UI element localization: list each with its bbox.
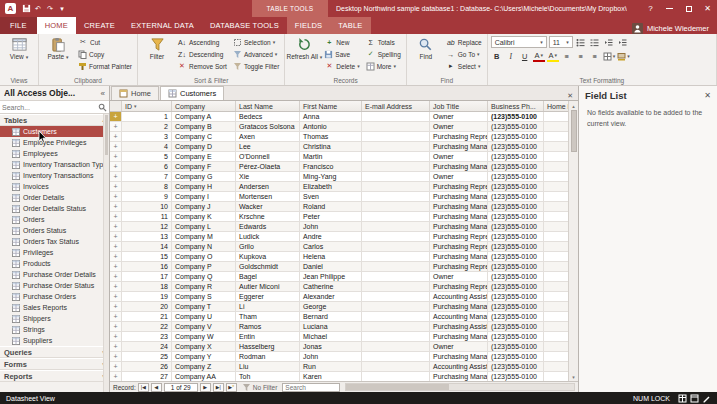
column-header[interactable]: Last Name▾: [236, 101, 300, 111]
font-size-select[interactable]: 11▾: [549, 36, 573, 48]
row-expand-toggle[interactable]: +: [110, 222, 122, 232]
table-cell[interactable]: [362, 152, 430, 162]
table-cell[interactable]: Krschne: [236, 212, 300, 222]
column-header[interactable]: First Name▾: [300, 101, 362, 111]
table-cell[interactable]: Roland: [300, 202, 362, 212]
table-cell[interactable]: 24: [122, 342, 172, 352]
nav-table-item[interactable]: Orders Status: [0, 225, 109, 236]
row-expand-toggle[interactable]: +: [110, 192, 122, 202]
table-cell[interactable]: Michael: [300, 332, 362, 342]
table-cell[interactable]: Company X: [172, 342, 236, 352]
table-cell[interactable]: Company C: [172, 132, 236, 142]
table-cell[interactable]: (123)555-0100: [488, 332, 544, 342]
table-cell[interactable]: [544, 232, 568, 242]
table-cell[interactable]: Company Q: [172, 272, 236, 282]
table-cell[interactable]: [362, 122, 430, 132]
align-center-button[interactable]: ≡: [575, 50, 587, 62]
filter-indicator[interactable]: No Filter: [239, 383, 281, 392]
table-cell[interactable]: (123)555-0100: [488, 152, 544, 162]
new-record-button[interactable]: +New: [322, 36, 361, 48]
scrollbar-thumb[interactable]: [346, 384, 448, 390]
table-cell[interactable]: Alexander: [300, 292, 362, 302]
table-cell[interactable]: Kupkova: [236, 252, 300, 262]
spelling-button[interactable]: ✓Spelling: [364, 48, 403, 60]
table-cell[interactable]: Bedecs: [236, 112, 300, 122]
table-cell[interactable]: Francisco: [300, 162, 362, 172]
table-cell[interactable]: Company V: [172, 322, 236, 332]
table-cell[interactable]: 1: [122, 112, 172, 122]
table-cell[interactable]: [362, 272, 430, 282]
table-cell[interactable]: [362, 162, 430, 172]
paste-button[interactable]: Paste ▾: [42, 36, 74, 75]
table-cell[interactable]: 25: [122, 352, 172, 362]
table-cell[interactable]: Company W: [172, 332, 236, 342]
table-cell[interactable]: Purchasing Manager: [430, 302, 488, 312]
table-cell[interactable]: (123)555-0100: [488, 162, 544, 172]
row-expand-toggle[interactable]: +: [110, 242, 122, 252]
goto-button[interactable]: →Go To▾: [444, 48, 484, 60]
table-cell[interactable]: Rodman: [236, 352, 300, 362]
table-cell[interactable]: (123)555-0100: [488, 342, 544, 352]
table-cell[interactable]: 22: [122, 322, 172, 332]
format-painter-button[interactable]: Format Painter: [76, 60, 134, 72]
table-cell[interactable]: Ludick: [236, 232, 300, 242]
table-cell[interactable]: [362, 182, 430, 192]
table-cell[interactable]: Company D: [172, 142, 236, 152]
table-cell[interactable]: Accounting Assistant: [430, 362, 488, 372]
table-cell[interactable]: John: [300, 352, 362, 362]
increase-indent-button[interactable]: [617, 36, 629, 48]
table-row[interactable]: + 14Company NGriloCarlosPurchasing Repre…: [110, 242, 568, 252]
table-cell[interactable]: 6: [122, 162, 172, 172]
table-cell[interactable]: [544, 192, 568, 202]
table-cell[interactable]: (123)555-0100: [488, 202, 544, 212]
table-cell[interactable]: (123)555-0100: [488, 302, 544, 312]
table-cell[interactable]: Peter: [300, 212, 362, 222]
row-expand-toggle[interactable]: +: [110, 232, 122, 242]
table-cell[interactable]: Accounting Manager: [430, 312, 488, 322]
table-cell[interactable]: Anna: [300, 112, 362, 122]
cut-button[interactable]: ✂Cut: [76, 36, 134, 48]
table-row[interactable]: + 27Company AATohKarenPurchasing Manager…: [110, 372, 568, 381]
table-cell[interactable]: 16: [122, 262, 172, 272]
table-cell[interactable]: Owner: [430, 122, 488, 132]
table-cell[interactable]: (123)555-0100: [488, 132, 544, 142]
table-cell[interactable]: Company S: [172, 292, 236, 302]
record-search-input[interactable]: [282, 383, 340, 392]
table-cell[interactable]: [362, 342, 430, 352]
table-cell[interactable]: (123)555-0100: [488, 252, 544, 262]
table-cell[interactable]: Purchasing Manager: [430, 212, 488, 222]
table-cell[interactable]: [362, 372, 430, 381]
row-expand-toggle[interactable]: +: [110, 202, 122, 212]
table-cell[interactable]: Sven: [300, 192, 362, 202]
row-expand-toggle[interactable]: +: [110, 272, 122, 282]
table-cell[interactable]: 8: [122, 182, 172, 192]
undo-icon[interactable]: ↶: [32, 5, 44, 13]
row-expand-toggle[interactable]: +: [110, 152, 122, 162]
filter-button[interactable]: Filter: [141, 36, 173, 75]
table-cell[interactable]: Company N: [172, 242, 236, 252]
scroll-up-icon[interactable]: ▴: [572, 101, 575, 110]
table-cell[interactable]: [362, 112, 430, 122]
table-cell[interactable]: Eggerer: [236, 292, 300, 302]
table-cell[interactable]: Purchasing Manager: [430, 162, 488, 172]
table-cell[interactable]: Purchasing Manager: [430, 192, 488, 202]
table-cell[interactable]: Autier Miconi: [236, 282, 300, 292]
table-cell[interactable]: [362, 142, 430, 152]
table-cell[interactable]: [362, 262, 430, 272]
table-cell[interactable]: [544, 252, 568, 262]
table-cell[interactable]: (123)555-0100: [488, 312, 544, 322]
tab-home-document[interactable]: Home: [111, 86, 159, 100]
table-row[interactable]: + 16Company PGoldschmidtDanielPurchasing…: [110, 262, 568, 272]
table-cell[interactable]: [544, 322, 568, 332]
table-cell[interactable]: 13: [122, 232, 172, 242]
nav-table-item[interactable]: Inventory Transaction Types: [0, 159, 109, 170]
highlight-color-button[interactable]: A▾: [547, 51, 559, 62]
table-cell[interactable]: Owner: [430, 152, 488, 162]
column-header[interactable]: Company▾: [172, 101, 236, 111]
view-button[interactable]: View ▾: [3, 36, 35, 75]
table-row[interactable]: + 1Company ABedecsAnnaOwner(123)555-0100: [110, 112, 568, 122]
nav-group-tables[interactable]: Tables▴: [0, 114, 109, 126]
table-cell[interactable]: 19: [122, 292, 172, 302]
help-icon[interactable]: ?: [641, 0, 660, 17]
table-cell[interactable]: (123)555-0100: [488, 122, 544, 132]
